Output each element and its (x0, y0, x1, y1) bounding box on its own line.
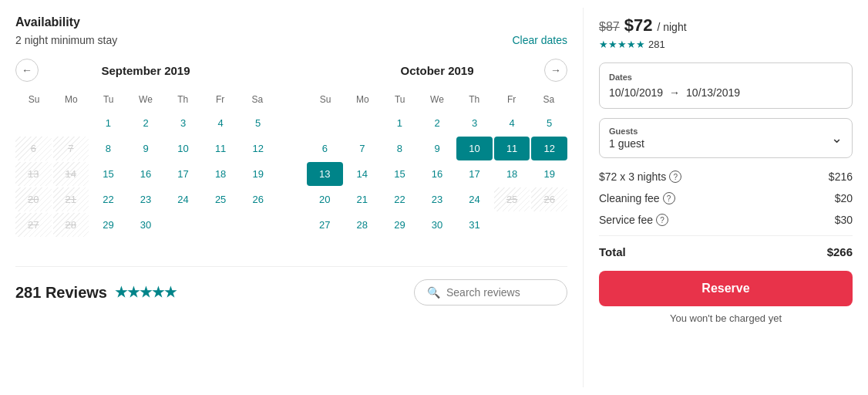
total-amount: $266 (827, 245, 853, 258)
october-title: October 2019 (330, 64, 544, 77)
day-cell[interactable]: 16 (128, 162, 164, 186)
day-cell[interactable]: 5 (531, 111, 567, 135)
guests-value: 1 guest (609, 137, 644, 150)
day-cell[interactable]: 11 (203, 137, 239, 160)
day-cell[interactable]: 30 (128, 213, 164, 237)
service-info-icon[interactable]: ? (656, 214, 668, 226)
check-in-date: 10/10/2019 (609, 86, 663, 99)
day-cell[interactable]: 6 (307, 137, 343, 160)
service-fee-label: Service fee ? (599, 214, 668, 226)
day-cell[interactable]: 26 (240, 187, 276, 211)
rate-info-icon[interactable]: ? (669, 170, 681, 183)
day-cell[interactable]: 28 (345, 213, 381, 237)
day-cell[interactable]: 2 (128, 111, 164, 135)
day-cell[interactable]: 18 (494, 162, 530, 186)
day-cell[interactable]: 1 (382, 111, 418, 135)
day-cell[interactable]: 4 (203, 111, 239, 135)
guests-section[interactable]: Guests 1 guest ⌄ (599, 118, 853, 158)
day-header-label: Sa (530, 91, 567, 108)
original-price: $87 (599, 20, 620, 34)
dates-label: Dates (609, 73, 843, 82)
day-cell[interactable]: 4 (494, 111, 530, 135)
day-cell[interactable]: 8 (90, 137, 126, 160)
day-cell[interactable]: 24 (456, 187, 493, 211)
day-cell[interactable]: 15 (90, 162, 126, 186)
october-calendar: ← October 2019 → SuMoTuWeThFrSa 12345678… (307, 59, 567, 251)
day-header-label: Tu (382, 91, 419, 108)
day-cell (53, 238, 89, 251)
day-cell[interactable]: 18 (203, 162, 239, 186)
day-cell[interactable]: 23 (128, 187, 164, 211)
day-cell[interactable]: 22 (382, 187, 418, 211)
day-cell[interactable]: 10 (456, 137, 493, 160)
day-cell[interactable]: 7 (345, 137, 381, 160)
price-row: $87 $72 / night (599, 15, 853, 35)
day-cell[interactable]: 5 (240, 111, 276, 135)
dates-section[interactable]: Dates 10/10/2019 → 10/13/2019 (599, 62, 853, 109)
day-cell[interactable]: 9 (128, 137, 164, 160)
day-cell[interactable]: 24 (165, 187, 201, 211)
reserve-button[interactable]: Reserve (599, 271, 853, 306)
day-cell[interactable]: 23 (419, 187, 456, 211)
september-calendar: ← September 2019 → SuMoTuWeThFrSa 123456… (15, 59, 276, 251)
day-cell[interactable]: 27 (307, 213, 343, 237)
day-cell[interactable]: 3 (456, 111, 493, 135)
search-reviews-button[interactable]: 🔍 (414, 279, 567, 306)
day-cell (345, 111, 381, 135)
day-cell[interactable]: 3 (165, 111, 201, 135)
day-cell[interactable]: 19 (531, 162, 567, 186)
day-cell[interactable]: 29 (90, 213, 126, 237)
day-cell (53, 111, 89, 135)
day-cell[interactable]: 13 (307, 162, 343, 186)
day-cell[interactable]: 12 (531, 137, 567, 160)
day-cell[interactable]: 10 (165, 137, 201, 160)
day-cell: 27 (15, 213, 52, 237)
day-cell[interactable]: 17 (456, 162, 493, 186)
day-cell[interactable]: 20 (307, 187, 343, 211)
next-month-button[interactable]: → (544, 59, 567, 82)
day-cell[interactable]: 14 (345, 162, 381, 186)
rating-count: 281 (648, 39, 665, 50)
prev-month-button[interactable]: ← (15, 59, 39, 82)
search-reviews-input[interactable] (446, 286, 554, 299)
october-day-headers: SuMoTuWeThFrSa (307, 91, 567, 108)
clear-dates-button[interactable]: Clear dates (512, 34, 567, 46)
day-cell[interactable]: 25 (203, 187, 239, 211)
rate-amount: $216 (829, 170, 853, 183)
check-out-date: 10/13/2019 (686, 86, 740, 99)
september-days-grid: 1234567891011121314151617181920212223242… (15, 111, 276, 251)
day-cell (531, 213, 567, 237)
day-cell[interactable]: 17 (165, 162, 201, 186)
day-header-label: Mo (344, 91, 381, 108)
calendars-container: ← September 2019 → SuMoTuWeThFrSa 123456… (15, 59, 567, 251)
day-cell (15, 111, 52, 135)
search-icon: 🔍 (427, 286, 440, 299)
day-cell[interactable]: 16 (419, 162, 456, 186)
day-cell[interactable]: 22 (90, 187, 126, 211)
day-cell[interactable]: 8 (382, 137, 418, 160)
day-cell[interactable]: 21 (345, 187, 381, 211)
day-cell (165, 213, 201, 237)
day-cell[interactable]: 1 (90, 111, 126, 135)
day-cell[interactable]: 9 (419, 137, 456, 160)
september-title: September 2019 (39, 64, 253, 77)
day-cell[interactable]: 2 (419, 111, 456, 135)
day-cell[interactable]: 15 (382, 162, 418, 186)
reviews-count: 281 Reviews (15, 284, 107, 302)
day-cell[interactable]: 30 (419, 213, 456, 237)
day-cell: 14 (53, 162, 89, 186)
day-cell[interactable]: 19 (240, 162, 276, 186)
cleaning-fee-label: Cleaning fee ? (599, 192, 675, 204)
day-header-label: Fr (493, 91, 530, 108)
day-cell[interactable]: 12 (240, 137, 276, 160)
day-cell[interactable]: 11 (494, 137, 530, 160)
day-cell (203, 213, 239, 237)
reviews-stars: ★★★★★ (115, 284, 177, 301)
day-cell (494, 213, 530, 237)
day-cell[interactable]: 29 (382, 213, 418, 237)
day-cell (307, 111, 343, 135)
cleaning-info-icon[interactable]: ? (663, 192, 675, 204)
day-cell: 25 (494, 187, 530, 211)
september-day-headers: SuMoTuWeThFrSa (15, 91, 276, 108)
day-cell[interactable]: 31 (456, 213, 493, 237)
